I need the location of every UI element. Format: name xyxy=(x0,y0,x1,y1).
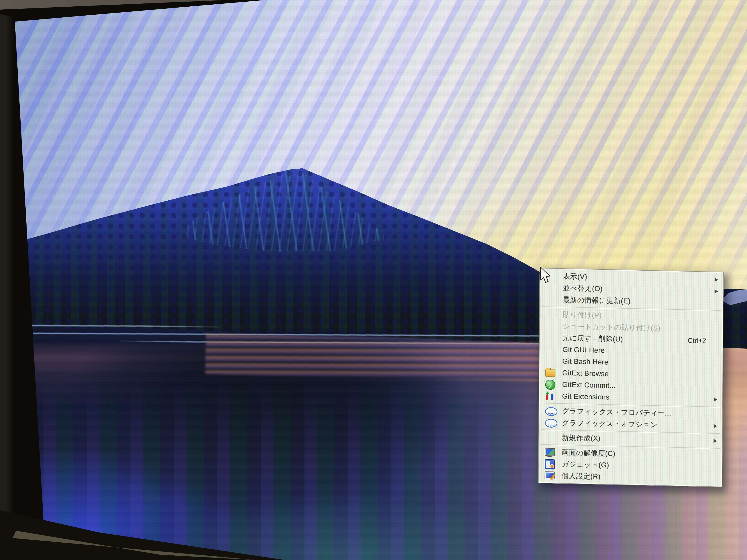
gadget-icon xyxy=(545,459,555,470)
folder-icon xyxy=(545,369,556,377)
menu-item-label: グラフィックス・オプション xyxy=(562,417,658,430)
menu-item-label: GitExt Commit... xyxy=(562,379,616,392)
menu-item-new[interactable]: 新規作成(X) xyxy=(539,431,722,447)
menu-item-icon xyxy=(545,356,555,366)
menu-item-label: ショートカットの貼り付け(S) xyxy=(563,320,661,334)
menu-item-label: 新規作成(X) xyxy=(562,432,600,444)
photo-of-monitor: 表示(V) 並べ替え(O) 最新の情報に更新(E) 貼り付け(P) ショートカッ… xyxy=(0,0,747,560)
submenu-arrow-icon xyxy=(714,424,717,428)
menu-item-label: 画面の解像度(C) xyxy=(562,447,615,459)
gitext-icon xyxy=(545,391,554,401)
menu-item-label: 表示(V) xyxy=(563,270,587,283)
menu-item-label: 個人設定(R) xyxy=(561,470,600,482)
menu-item-label: 元に戻す - 削除(U) xyxy=(563,332,623,345)
menu-item-label: GitExt Browse xyxy=(562,367,609,379)
menu-item-icon xyxy=(545,433,554,442)
resolution-icon xyxy=(545,448,555,456)
menu-item-label: Git Bash Here xyxy=(562,355,609,368)
menu-item-label: ガジェット(G) xyxy=(562,458,609,471)
commit-icon xyxy=(545,379,555,390)
menu-item-label: 最新の情報に更新(E) xyxy=(563,294,631,307)
menu-item-label: Git Extensions xyxy=(562,390,610,403)
submenu-arrow-icon xyxy=(714,439,717,443)
intel-icon xyxy=(545,407,557,416)
menu-item-icon xyxy=(546,333,555,342)
mouse-cursor-arrow-icon xyxy=(538,266,554,285)
desktop-context-menu: 表示(V) 並べ替え(O) 最新の情報に更新(E) 貼り付け(P) ショートカッ… xyxy=(538,268,724,487)
intel-icon xyxy=(545,419,557,428)
submenu-arrow-icon xyxy=(715,277,718,282)
personalize-icon xyxy=(545,471,555,479)
menu-item-icon xyxy=(546,321,555,330)
menu-item-icon xyxy=(545,345,555,354)
submenu-arrow-icon xyxy=(714,397,717,401)
menu-item-icon xyxy=(546,310,555,319)
menu-item-label: Git GUI Here xyxy=(562,344,605,356)
menu-item-label: 貼り付け(P) xyxy=(563,309,602,321)
menu-items-container: 表示(V) 並べ替え(O) 最新の情報に更新(E) 貼り付け(P) ショートカッ… xyxy=(539,270,723,485)
menu-item-label: 並べ替え(O) xyxy=(563,282,602,295)
menu-item-shortcut: Ctrl+Z xyxy=(688,335,707,347)
submenu-arrow-icon xyxy=(715,289,718,293)
menu-item-icon xyxy=(546,295,555,304)
